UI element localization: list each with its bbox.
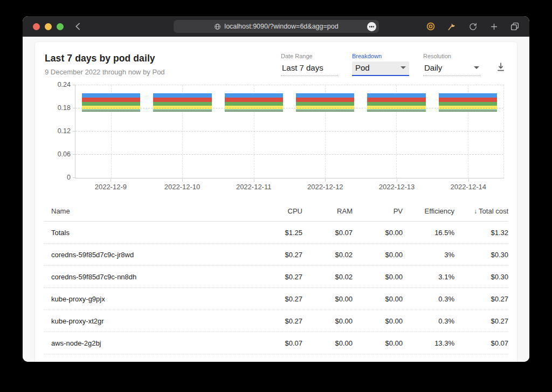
x-axis-tick-label: 2022-12-10 [147, 179, 218, 191]
plot-area [75, 85, 504, 178]
bar-segment-segment-yellow [367, 106, 426, 110]
total-cost-cell: $0.07 [454, 339, 508, 347]
x-axis-tick-label: 2022-12-13 [361, 179, 433, 191]
bar-bands [75, 85, 503, 178]
bar-segment-segment-teal [439, 111, 498, 112]
bar-segment-segment-blue [439, 93, 498, 98]
table-body: Totals$1.25$0.07$0.0016.5%$1.32coredns-5… [44, 222, 508, 354]
table-row[interactable]: kube-proxy-g9pjx$0.27$0.00$0.000.3%$0.27 [44, 288, 508, 310]
plus-icon [489, 22, 499, 31]
y-axis-tick [73, 131, 75, 132]
extension-button-2[interactable] [446, 20, 458, 32]
x-axis-labels: 2022-12-92022-12-102022-12-112022-12-122… [75, 179, 504, 191]
y-axis-tick-label: 0.06 [58, 150, 71, 158]
bar-band [75, 85, 147, 178]
efficiency-cell: 16.5% [403, 229, 454, 237]
resolution-value[interactable]: Daily [423, 61, 480, 76]
bar-segment-segment-teal [367, 111, 426, 112]
bar-segment-segment-blue [153, 93, 212, 98]
globe-icon [214, 23, 221, 30]
pv-cell: $0.00 [353, 251, 403, 259]
ram-cell: $0.00 [302, 339, 353, 347]
report-card: Last 7 days by pod daily 9 December 2022… [35, 42, 517, 362]
toolbar-right [425, 16, 521, 37]
breakdown-select[interactable]: Breakdown Pod [352, 53, 409, 76]
bar-segment-segment-blue [82, 93, 141, 98]
extension-button-1[interactable] [425, 20, 437, 32]
stacked-bar-2022-12-12[interactable] [296, 93, 355, 178]
page-subtitle: 9 December 2022 through now by Pod [45, 68, 165, 76]
table-row[interactable]: coredns-59f85d7c9c-nn8dh$0.27$0.02$0.003… [44, 266, 508, 288]
column-header-total-cost[interactable]: ↓Total cost [454, 207, 508, 215]
url-bar[interactable]: localhost:9090/?window=6d&agg=pod [174, 20, 379, 33]
bar-segment-segment-red [296, 98, 355, 102]
stacked-bar-2022-12-13[interactable] [367, 93, 426, 178]
ram-cell: $0.02 [302, 251, 353, 259]
column-header-ram[interactable]: RAM [302, 207, 353, 215]
column-header-pv[interactable]: PV [353, 207, 403, 215]
bar-segment-segment-yellow [439, 106, 498, 110]
table-row[interactable]: Totals$1.25$0.07$0.0016.5%$1.32 [44, 222, 508, 244]
breakdown-label: Breakdown [352, 53, 409, 59]
minimize-window-button[interactable] [45, 23, 52, 30]
x-axis-tick-label: 2022-12-9 [75, 179, 147, 191]
ellipsis-icon [369, 26, 370, 27]
date-range-value[interactable]: Last 7 days [281, 61, 338, 76]
table-row[interactable]: kube-proxy-xt2gr$0.27$0.00$0.000.3%$0.27 [44, 310, 508, 332]
url-more-button[interactable] [367, 22, 376, 31]
report-controls: Date Range Last 7 days Breakdown Pod [281, 53, 506, 76]
cpu-cell: $0.27 [252, 251, 302, 259]
bar-segment-segment-red [153, 98, 212, 102]
name-cell: coredns-59f85d7c9c-nn8dh [44, 273, 252, 281]
total-cost-cell: $0.30 [454, 273, 508, 281]
pv-cell: $0.00 [353, 273, 403, 281]
browser-titlebar: localhost:9090/?window=6d&agg=pod [23, 16, 529, 37]
date-range-select[interactable]: Date Range Last 7 days [281, 53, 338, 76]
page-title: Last 7 days by pod daily [45, 53, 165, 64]
total-cost-cell: $0.27 [454, 295, 508, 303]
back-button[interactable] [72, 20, 85, 33]
bar-segment-segment-blue [225, 93, 284, 98]
sort-descending-icon: ↓ [474, 208, 477, 215]
column-header-efficiency[interactable]: Efficiency [403, 207, 454, 215]
resolution-select[interactable]: Resolution Daily [423, 53, 480, 76]
tabs-icon [510, 22, 520, 31]
total-cost-cell: $0.30 [454, 251, 508, 259]
bar-segment-segment-red [367, 98, 426, 102]
table-row[interactable]: aws-node-2g2bj$0.07$0.00$0.0013.3%$0.07 [44, 332, 508, 354]
stacked-bar-2022-12-10[interactable] [153, 93, 212, 178]
y-axis-tick-label: 0.18 [58, 104, 71, 112]
reload-button[interactable] [467, 20, 479, 32]
cpu-cell: $0.27 [252, 295, 302, 303]
bar-band [289, 85, 361, 178]
extension-ring-icon [426, 22, 436, 31]
total-cost-cell: $1.32 [454, 229, 508, 237]
bar-band [147, 85, 218, 178]
x-axis-tick-label: 2022-12-11 [218, 179, 289, 191]
stacked-bar-2022-12-11[interactable] [225, 93, 284, 178]
close-window-button[interactable] [33, 23, 40, 30]
efficiency-cell: 0.3% [403, 317, 454, 325]
bar-segment-segment-green [367, 102, 426, 106]
zoom-window-button[interactable] [57, 23, 64, 30]
name-cell: Totals [44, 229, 252, 237]
stacked-bar-2022-12-9[interactable] [82, 93, 141, 178]
y-axis-tick-label: 0.12 [58, 127, 71, 135]
tab-overview-button[interactable] [509, 20, 521, 32]
new-tab-button[interactable] [488, 20, 500, 32]
download-button[interactable] [495, 61, 506, 72]
column-header-cpu[interactable]: CPU [252, 207, 302, 215]
table-row[interactable]: coredns-59f85d7c9c-jr8wd$0.27$0.02$0.003… [44, 244, 508, 266]
y-axis-tick-label: 0.24 [58, 81, 71, 88]
column-header-name[interactable]: Name [44, 207, 252, 215]
name-cell: aws-node-2g2bj [44, 339, 252, 347]
bar-segment-segment-green [225, 102, 284, 106]
breakdown-value[interactable]: Pod [352, 61, 409, 76]
cpu-cell: $0.27 [252, 273, 302, 281]
chevron-left-icon [73, 22, 83, 31]
stacked-bar-2022-12-14[interactable] [439, 93, 498, 178]
ram-cell: $0.02 [302, 273, 353, 281]
bar-segment-segment-blue [367, 93, 426, 98]
browser-window: localhost:9090/?window=6d&agg=pod [23, 16, 529, 362]
y-axis-tick [73, 154, 75, 155]
